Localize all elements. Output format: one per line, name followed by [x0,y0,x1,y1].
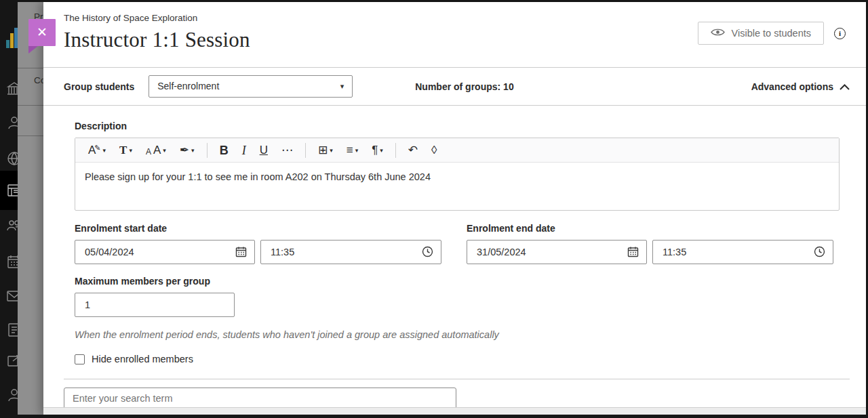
dimmed-divider [18,105,43,106]
advanced-options-toggle[interactable]: Advanced options [751,81,850,93]
close-panel-button[interactable]: ✕ [28,19,56,46]
close-icon: ✕ [37,25,47,39]
group-settings-panel: The History of Space Exploration Instruc… [43,2,866,415]
text-color-icon: ✒ [180,144,189,156]
chevron-down-icon: ▾ [163,148,166,154]
chevron-down-icon: ▾ [191,148,195,154]
auto-assign-hint: When the enrolment period ends, students… [75,329,850,340]
chevron-down-icon: ▾ [340,76,344,97]
search-input[interactable] [64,388,456,409]
align-icon: ≡ [347,144,353,156]
advanced-options-form: Description A✎▾T▾AA▾✒▾BIU⋯⊞▾≡▾¶▾↶◊ Pleas… [43,106,866,364]
toolbar-more-options-button[interactable]: ⋯ [275,142,299,159]
more-options-icon: ⋯ [281,144,293,156]
toolbar-italic-button[interactable]: I [236,142,252,159]
bottom-edge-strip [43,407,866,415]
toolbar-paragraph-style-button[interactable]: ¶▾ [366,142,389,159]
group-students-label: Group students [64,81,134,92]
tools-icon[interactable] [6,353,18,369]
global-nav-sidebar [0,2,18,415]
profile-icon[interactable] [6,114,18,131]
group-students-selected-value: Self-enrolment [157,81,219,91]
calendar-icon[interactable] [6,253,18,270]
font-size-icon: A [153,144,161,156]
grades-icon[interactable] [6,322,18,338]
bold-icon: B [220,144,229,156]
underline-icon: U [260,144,268,156]
info-icon[interactable]: i [834,28,846,39]
messages-icon[interactable] [6,288,18,304]
chevron-down-icon: ▾ [103,148,106,154]
eraser-icon: ◊ [431,144,437,156]
font-family-icon: T [119,144,127,156]
toolbar-bold-button[interactable]: B [214,142,235,159]
editor-toolbar: A✎▾T▾AA▾✒▾BIU⋯⊞▾≡▾¶▾↶◊ [75,138,839,163]
toolbar-separator [305,143,306,158]
chevron-up-icon [840,81,850,93]
dimmed-text-fragment: Co [34,75,43,85]
toolbar-underline-button[interactable]: U [254,142,274,159]
dimmed-background-page: Pr Co [18,2,43,415]
dimmed-divider [18,135,43,136]
max-members-input[interactable] [75,293,235,317]
institution-icon[interactable] [6,81,18,97]
italic-icon: I [242,144,246,156]
group-students-select[interactable]: Self-enrolment ▾ [149,75,353,98]
toolbar-separator [395,143,396,158]
toolbar-insert-table-button[interactable]: ⊞▾ [312,142,339,159]
enrolment-end-group: Enrolment end date [467,223,833,264]
toolbar-text-style-button[interactable]: A✎▾ [82,142,112,159]
enrolment-start-label: Enrolment start date [75,223,441,234]
description-label: Description [75,121,850,131]
visibility-button[interactable]: Visible to students [698,22,824,45]
visibility-button-label: Visible to students [732,28,811,39]
hide-members-row: Hide enrolled members [75,354,850,364]
chevron-down-icon: ▾ [330,148,333,154]
toolbar-undo-button[interactable]: ↶ [402,142,424,159]
eye-icon [711,28,725,39]
logo-icon[interactable] [6,24,18,48]
toolbar-align-button[interactable]: ≡▾ [340,142,364,159]
start-time-input[interactable] [260,240,441,264]
toolbar-font-family-button[interactable]: T▾ [113,142,138,159]
toolbar-text-color-button[interactable]: ✒▾ [174,142,201,159]
undo-icon: ↶ [408,144,418,156]
enrolment-start-group: Enrolment start date [75,223,441,264]
chevron-down-icon: ▾ [380,148,383,154]
enrolment-end-label: Enrolment end date [467,223,833,234]
end-date-input[interactable] [467,240,647,264]
toolbar-eraser-button[interactable]: ◊ [425,142,443,159]
search-divider [64,379,850,379]
panel-header: The History of Space Exploration Instruc… [43,2,866,68]
organizations-icon[interactable] [6,150,18,167]
paragraph-style-icon: ¶ [372,144,378,156]
hide-members-label: Hide enrolled members [92,354,193,364]
toolbar-font-size-button[interactable]: AA▾ [140,142,172,159]
chevron-down-icon: ▾ [129,148,132,154]
sign-out-icon[interactable] [6,387,18,403]
insert-table-icon: ⊞ [318,144,328,156]
groups-icon[interactable] [6,217,18,234]
advanced-options-label: Advanced options [751,81,833,92]
start-date-input[interactable] [75,240,255,264]
group-settings-row: Group students Self-enrolment ▾ Number o… [43,68,866,106]
dimmed-divider [18,68,43,68]
end-time-input[interactable] [652,240,833,264]
courses-icon[interactable] [6,182,18,198]
chevron-down-icon: ▾ [355,148,359,154]
description-text[interactable]: Please sign up for your 1:1 to see me in… [75,163,839,191]
hide-members-checkbox[interactable] [75,354,85,364]
max-members-label: Maximum members per group [75,276,850,287]
rich-text-editor: A✎▾T▾AA▾✒▾BIU⋯⊞▾≡▾¶▾↶◊ Please sign up fo… [75,138,840,211]
number-of-groups-label: Number of groups: 10 [415,81,513,92]
toolbar-separator [207,143,208,158]
app-window: Pr Co ✕ The History of Space Exploration… [0,0,868,418]
